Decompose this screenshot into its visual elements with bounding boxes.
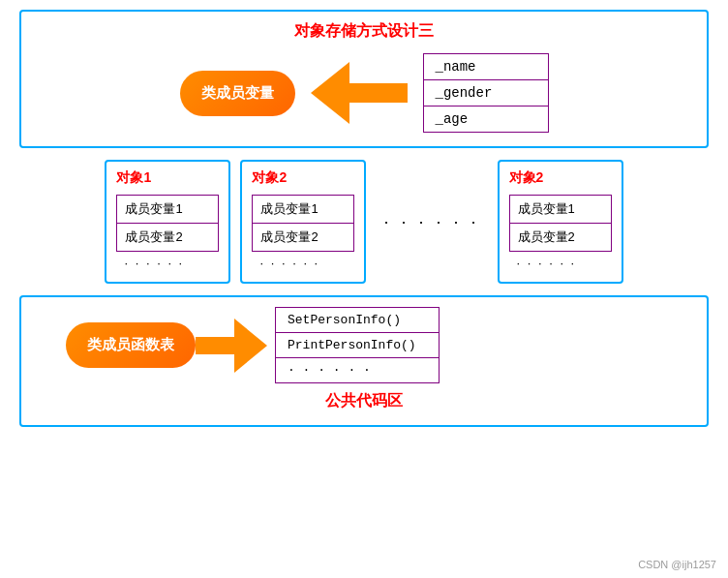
object3-box: 对象2 成员变量1 成员变量2 · · · · · · (498, 160, 623, 284)
object1-box: 对象1 成员变量1 成员变量2 · · · · · · (105, 160, 230, 284)
class-member-variable-pill: 类成员变量 (180, 71, 295, 116)
section1-content: 类成员变量 _name _gender _age (37, 53, 691, 133)
section3-content: 类成员函数表 SetPersonInfo() PrintPersonInfo()… (37, 307, 691, 383)
obj1-row1: 成员变量1 (117, 196, 218, 224)
left-arrow (311, 62, 408, 124)
object1-inner: 成员变量1 成员变量2 (116, 195, 219, 252)
field-age: _age (424, 106, 548, 132)
obj3-row1: 成员变量1 (510, 196, 611, 224)
object3-inner: 成员变量1 成员变量2 (509, 195, 612, 252)
obj2-row1: 成员变量1 (253, 196, 353, 224)
right-arrow (196, 319, 267, 373)
object2-title: 对象2 (252, 169, 354, 187)
arr-body (196, 337, 234, 354)
section1-box: 对象存储方式设计三 类成员变量 _name _gender _age (19, 10, 709, 148)
obj1-dots: · · · · · · (116, 252, 219, 274)
field-name: _name (424, 54, 548, 80)
obj3-row2: 成员变量2 (510, 224, 611, 251)
between-dots: · · · · · · (383, 212, 479, 232)
obj3-dots: · · · · · · (509, 252, 612, 274)
obj1-row2: 成员变量2 (117, 224, 218, 251)
watermark: CSDN @ijh1257 (638, 559, 716, 570)
arr-head (234, 319, 267, 373)
section3-title: 公共代码区 (325, 391, 403, 411)
section2-objects: 对象1 成员变量1 成员变量2 · · · · · · 对象2 成员变量1 成员… (19, 160, 709, 284)
object3-title: 对象2 (509, 169, 612, 187)
main-container: 对象存储方式设计三 类成员变量 _name _gender _age 对象1 成… (0, 0, 728, 578)
arrow-body (349, 83, 408, 103)
object2-box: 对象2 成员变量1 成员变量2 · · · · · · (240, 160, 366, 284)
arrow-head (311, 62, 349, 124)
functions-box: SetPersonInfo() PrintPersonInfo() · · · … (275, 307, 440, 383)
func-dots: · · · · · · (276, 358, 439, 382)
object2-inner: 成员变量1 成员变量2 (252, 195, 354, 252)
field-gender: _gender (424, 80, 548, 106)
fields-box: _name _gender _age (423, 53, 549, 133)
section1-title: 对象存储方式设计三 (294, 21, 434, 42)
obj2-dots: · · · · · · (252, 252, 354, 274)
section3-box: 类成员函数表 SetPersonInfo() PrintPersonInfo()… (19, 295, 709, 427)
class-member-function-pill: 类成员函数表 (66, 322, 196, 368)
obj2-row2: 成员变量2 (253, 224, 353, 251)
object1-title: 对象1 (116, 169, 219, 187)
func-print: PrintPersonInfo() (276, 333, 439, 358)
func-set: SetPersonInfo() (276, 308, 439, 333)
